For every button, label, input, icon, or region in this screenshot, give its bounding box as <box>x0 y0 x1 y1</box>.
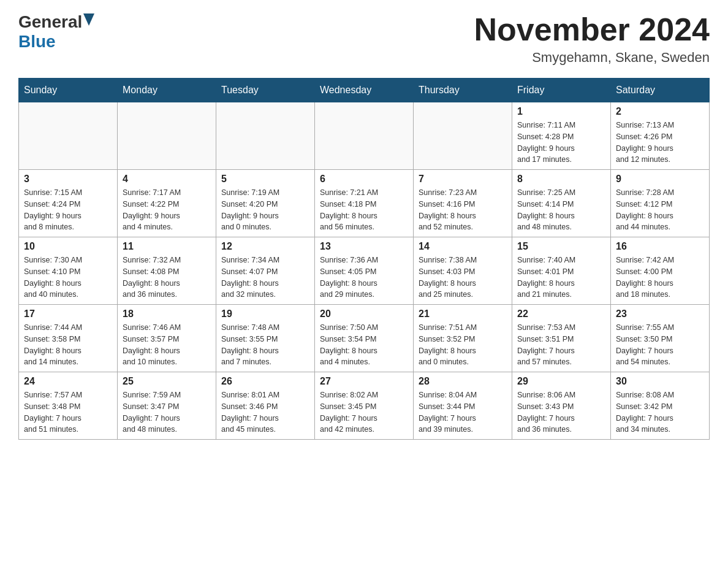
calendar-day-cell: 30Sunrise: 8:08 AMSunset: 3:42 PMDayligh… <box>611 372 710 440</box>
calendar-day-cell: 20Sunrise: 7:50 AMSunset: 3:54 PMDayligh… <box>315 305 414 372</box>
calendar-week-row: 3Sunrise: 7:15 AMSunset: 4:24 PMDaylight… <box>19 170 710 237</box>
day-number: 29 <box>517 376 605 387</box>
calendar-day-cell: 4Sunrise: 7:17 AMSunset: 4:22 PMDaylight… <box>118 170 216 237</box>
day-info: Sunrise: 7:25 AMSunset: 4:14 PMDaylight:… <box>517 187 605 233</box>
day-number: 7 <box>419 174 507 185</box>
calendar-day-cell: 23Sunrise: 7:55 AMSunset: 3:50 PMDayligh… <box>611 305 710 372</box>
day-number: 17 <box>24 308 112 320</box>
day-number: 14 <box>419 241 507 252</box>
day-info: Sunrise: 7:40 AMSunset: 4:01 PMDaylight:… <box>517 255 605 301</box>
calendar-day-cell: 12Sunrise: 7:34 AMSunset: 4:07 PMDayligh… <box>216 237 315 305</box>
calendar-day-cell: 29Sunrise: 8:06 AMSunset: 3:43 PMDayligh… <box>512 372 611 440</box>
day-info: Sunrise: 7:21 AMSunset: 4:18 PMDaylight:… <box>320 187 408 233</box>
calendar-day-cell: 22Sunrise: 7:53 AMSunset: 3:51 PMDayligh… <box>512 305 611 372</box>
calendar-day-cell: 6Sunrise: 7:21 AMSunset: 4:18 PMDaylight… <box>315 170 414 237</box>
day-info: Sunrise: 8:06 AMSunset: 3:43 PMDaylight:… <box>517 389 605 435</box>
day-info: Sunrise: 8:01 AMSunset: 3:46 PMDaylight:… <box>221 389 309 435</box>
day-info: Sunrise: 7:55 AMSunset: 3:50 PMDaylight:… <box>616 322 704 368</box>
day-number: 21 <box>419 308 507 320</box>
calendar-day-cell: 17Sunrise: 7:44 AMSunset: 3:58 PMDayligh… <box>19 305 118 372</box>
day-info: Sunrise: 7:48 AMSunset: 3:55 PMDaylight:… <box>221 322 309 368</box>
day-info: Sunrise: 7:57 AMSunset: 3:48 PMDaylight:… <box>24 389 112 435</box>
day-number: 13 <box>320 241 408 252</box>
day-info: Sunrise: 7:28 AMSunset: 4:12 PMDaylight:… <box>616 187 704 233</box>
logo: General Blue <box>18 12 94 52</box>
day-info: Sunrise: 7:17 AMSunset: 4:22 PMDaylight:… <box>123 187 211 233</box>
day-info: Sunrise: 7:23 AMSunset: 4:16 PMDaylight:… <box>419 187 507 233</box>
day-number: 12 <box>221 241 309 252</box>
calendar-day-cell: 28Sunrise: 8:04 AMSunset: 3:44 PMDayligh… <box>414 372 512 440</box>
svg-marker-0 <box>83 13 94 26</box>
day-number: 4 <box>123 174 211 185</box>
day-number: 22 <box>517 308 605 320</box>
day-number: 1 <box>517 106 605 117</box>
day-info: Sunrise: 7:11 AMSunset: 4:28 PMDaylight:… <box>517 120 605 166</box>
day-number: 9 <box>616 174 704 185</box>
logo-blue-text: Blue <box>18 32 56 52</box>
calendar-day-cell: 21Sunrise: 7:51 AMSunset: 3:52 PMDayligh… <box>414 305 512 372</box>
day-info: Sunrise: 7:36 AMSunset: 4:05 PMDaylight:… <box>320 255 408 301</box>
month-title: November 2024 <box>474 12 710 47</box>
calendar-day-cell: 18Sunrise: 7:46 AMSunset: 3:57 PMDayligh… <box>118 305 216 372</box>
day-number: 19 <box>221 308 309 320</box>
calendar-day-cell: 11Sunrise: 7:32 AMSunset: 4:08 PMDayligh… <box>118 237 216 305</box>
calendar-day-cell: 27Sunrise: 8:02 AMSunset: 3:45 PMDayligh… <box>315 372 414 440</box>
calendar-day-cell <box>315 102 414 170</box>
calendar-day-cell <box>414 102 512 170</box>
day-number: 15 <box>517 241 605 252</box>
calendar-week-row: 24Sunrise: 7:57 AMSunset: 3:48 PMDayligh… <box>19 372 710 440</box>
day-number: 8 <box>517 174 605 185</box>
day-number: 2 <box>616 106 704 117</box>
day-of-week-header: Thursday <box>414 79 512 102</box>
day-number: 25 <box>123 376 211 387</box>
day-number: 27 <box>320 376 408 387</box>
calendar-day-cell <box>216 102 315 170</box>
calendar-day-cell: 14Sunrise: 7:38 AMSunset: 4:03 PMDayligh… <box>414 237 512 305</box>
day-info: Sunrise: 7:13 AMSunset: 4:26 PMDaylight:… <box>616 120 704 166</box>
calendar-day-cell: 26Sunrise: 8:01 AMSunset: 3:46 PMDayligh… <box>216 372 315 440</box>
location-text: Smygehamn, Skane, Sweden <box>474 50 710 66</box>
day-number: 6 <box>320 174 408 185</box>
day-number: 24 <box>24 376 112 387</box>
day-of-week-header: Sunday <box>19 79 118 102</box>
day-number: 26 <box>221 376 309 387</box>
day-info: Sunrise: 7:30 AMSunset: 4:10 PMDaylight:… <box>24 255 112 301</box>
day-info: Sunrise: 7:38 AMSunset: 4:03 PMDaylight:… <box>419 255 507 301</box>
day-info: Sunrise: 8:04 AMSunset: 3:44 PMDaylight:… <box>419 389 507 435</box>
calendar-day-cell: 15Sunrise: 7:40 AMSunset: 4:01 PMDayligh… <box>512 237 611 305</box>
day-info: Sunrise: 7:44 AMSunset: 3:58 PMDaylight:… <box>24 322 112 368</box>
day-number: 3 <box>24 174 112 185</box>
calendar-day-cell: 19Sunrise: 7:48 AMSunset: 3:55 PMDayligh… <box>216 305 315 372</box>
day-info: Sunrise: 7:42 AMSunset: 4:00 PMDaylight:… <box>616 255 704 301</box>
title-area: November 2024 Smygehamn, Skane, Sweden <box>474 12 710 66</box>
day-of-week-header: Tuesday <box>216 79 315 102</box>
day-number: 30 <box>616 376 704 387</box>
day-of-week-header: Monday <box>118 79 216 102</box>
calendar-day-cell: 2Sunrise: 7:13 AMSunset: 4:26 PMDaylight… <box>611 102 710 170</box>
calendar-day-cell: 13Sunrise: 7:36 AMSunset: 4:05 PMDayligh… <box>315 237 414 305</box>
day-number: 23 <box>616 308 704 320</box>
day-info: Sunrise: 7:19 AMSunset: 4:20 PMDaylight:… <box>221 187 309 233</box>
day-number: 10 <box>24 241 112 252</box>
header: General Blue November 2024 Smygehamn, Sk… <box>18 12 710 66</box>
day-info: Sunrise: 7:34 AMSunset: 4:07 PMDaylight:… <box>221 255 309 301</box>
calendar-day-cell: 1Sunrise: 7:11 AMSunset: 4:28 PMDaylight… <box>512 102 611 170</box>
day-info: Sunrise: 7:53 AMSunset: 3:51 PMDaylight:… <box>517 322 605 368</box>
day-info: Sunrise: 7:50 AMSunset: 3:54 PMDaylight:… <box>320 322 408 368</box>
day-number: 28 <box>419 376 507 387</box>
day-info: Sunrise: 7:15 AMSunset: 4:24 PMDaylight:… <box>24 187 112 233</box>
calendar-week-row: 1Sunrise: 7:11 AMSunset: 4:28 PMDaylight… <box>19 102 710 170</box>
logo-arrow-icon <box>83 13 94 28</box>
day-info: Sunrise: 7:46 AMSunset: 3:57 PMDaylight:… <box>123 322 211 368</box>
day-of-week-header: Wednesday <box>315 79 414 102</box>
calendar-day-cell: 16Sunrise: 7:42 AMSunset: 4:00 PMDayligh… <box>611 237 710 305</box>
day-info: Sunrise: 8:08 AMSunset: 3:42 PMDaylight:… <box>616 389 704 435</box>
day-number: 18 <box>123 308 211 320</box>
logo-general-text: General <box>18 12 82 32</box>
calendar: SundayMondayTuesdayWednesdayThursdayFrid… <box>18 78 710 440</box>
day-info: Sunrise: 7:32 AMSunset: 4:08 PMDaylight:… <box>123 255 211 301</box>
day-info: Sunrise: 7:59 AMSunset: 3:47 PMDaylight:… <box>123 389 211 435</box>
calendar-day-cell <box>19 102 118 170</box>
calendar-week-row: 10Sunrise: 7:30 AMSunset: 4:10 PMDayligh… <box>19 237 710 305</box>
calendar-day-cell <box>118 102 216 170</box>
